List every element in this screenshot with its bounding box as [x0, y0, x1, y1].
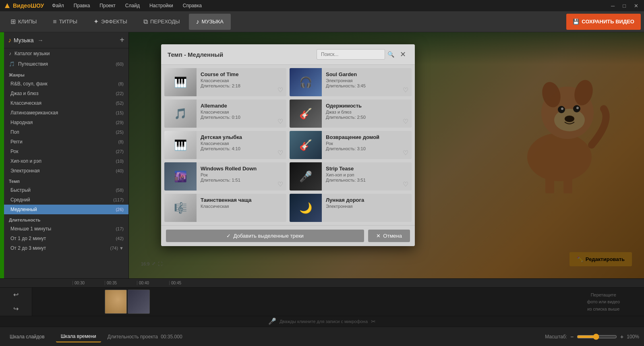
zoom-in-button[interactable]: +: [620, 334, 623, 340]
duration-2to3[interactable]: От 2 до 3 минут (74) ▼: [4, 243, 128, 253]
track-fav-1[interactable]: ♡: [277, 86, 283, 94]
cancel-button[interactable]: ✕ Отмена: [368, 230, 410, 242]
genre-rnb[interactable]: R&B, соул, фанк (8): [4, 79, 128, 89]
genre-electronic[interactable]: Электронная (40): [4, 166, 128, 176]
duration-1to2[interactable]: От 1 до 2 минут (42): [4, 234, 128, 243]
track-info-2: Soul Garden Электронная Длительность: 3:…: [322, 68, 412, 96]
catalog-music-icon: ♪: [9, 51, 11, 56]
genre-latin[interactable]: Латиноамериканская (15): [4, 108, 128, 118]
timeline-thumbnails: 2.0: [105, 290, 150, 314]
duration-2to3-count: (74) ▼: [110, 246, 124, 251]
catalog-travel-label: Путешествия: [18, 61, 48, 67]
timestamp-1: 00:30: [72, 281, 105, 285]
tempo-slow-label: Медленный: [10, 207, 37, 212]
add-tracks-label: Добавить выделенные треки: [233, 233, 303, 239]
menu-file[interactable]: Файл: [50, 2, 66, 9]
tab-titles[interactable]: ≡ ТИТРЫ: [46, 14, 85, 30]
forward-icon[interactable]: →: [38, 37, 43, 44]
menu-bar: ВидеоШОУ Файл Правка Проект Слайд Настро…: [0, 0, 644, 11]
tab-effects[interactable]: ✦ ЭФФЕКТЫ: [86, 14, 135, 30]
track-allemande[interactable]: 🎵 Allemande Классическая Длительность: 0…: [164, 99, 286, 128]
timeline-thumb-2[interactable]: [128, 290, 150, 314]
tab-clips[interactable]: ⊞ КЛИПЫ: [3, 14, 44, 30]
record-bar: 🎤 Дважды кликните для записи с микрофона…: [0, 316, 644, 327]
catalog-travel-item[interactable]: 🎵 Путешествия (60): [4, 59, 128, 69]
track-fav-6[interactable]: ♡: [403, 149, 408, 157]
track-oderzhimost[interactable]: 🎸 Одержимость Джаз и блюз Длительность: …: [290, 99, 412, 128]
track-info-1: Course of Time Классическая Длительность…: [197, 68, 286, 96]
track-name-1: Course of Time: [201, 71, 282, 77]
tab-time-timeline[interactable]: Шкала времени: [56, 331, 101, 342]
zoom-out-button[interactable]: −: [570, 334, 574, 340]
cut-tool-btn[interactable]: ✂: [371, 318, 376, 325]
timeline-controls: ↩ ↪: [0, 288, 32, 316]
record-bar-text[interactable]: Дважды кликните для записи с микрофона: [280, 319, 368, 324]
track-name-6: Возвращение домой: [326, 134, 408, 140]
tempo-fast[interactable]: Быстрый (58): [4, 185, 128, 195]
track-windows-rolled-down[interactable]: 🌆 Windows Rolled Down Рок Длительность: …: [164, 162, 286, 191]
app: ВидеоШОУ Файл Правка Проект Слайд Настро…: [0, 0, 644, 346]
genre-classical[interactable]: Классическая (52): [4, 98, 128, 108]
modal-search-input[interactable]: [317, 49, 385, 60]
track-detskaya-ulibka[interactable]: 🎹 Детская улыбка Классическая Длительнос…: [164, 131, 286, 159]
genre-pop-label: Поп: [10, 129, 19, 135]
genre-folk[interactable]: Народная (29): [4, 118, 128, 127]
track-info-8: Strip Tease Хип-хоп и рэп Длительность: …: [322, 162, 412, 191]
undo-button[interactable]: ↩: [12, 289, 20, 300]
catalog-music-item[interactable]: ♪ Каталог музыки: [4, 48, 128, 59]
minimize-btn[interactable]: ─: [609, 2, 617, 10]
timeline-thumb-1[interactable]: [105, 290, 127, 314]
track-fav-4[interactable]: ♡: [403, 118, 408, 125]
tempo-slow[interactable]: Медленный (26): [4, 205, 128, 214]
track-soul-garden[interactable]: 🎧 Soul Garden Электронная Длительность: …: [290, 68, 412, 96]
add-tracks-button[interactable]: ✓ Добавить выделенные треки: [166, 230, 364, 242]
add-music-button[interactable]: +: [120, 35, 124, 45]
track-duration-4: Длительность: 2:50: [326, 115, 408, 120]
track-course-of-time[interactable]: 🎹 Course of Time Классическая Длительнос…: [164, 68, 286, 96]
track-strip-tease[interactable]: 🎤 Strip Tease Хип-хоп и рэп Длительность…: [290, 162, 412, 191]
duration-less1[interactable]: Меньше 1 минуты (17): [4, 224, 128, 234]
genre-jazz[interactable]: Джаз и блюз (22): [4, 89, 128, 98]
genre-reggae[interactable]: Регги (8): [4, 137, 128, 147]
save-video-button[interactable]: 💾 СОХРАНИТЬ ВИДЕО: [566, 14, 641, 30]
genre-pop[interactable]: Поп (25): [4, 127, 128, 137]
genre-jazz-count: (22): [116, 91, 124, 96]
menu-help[interactable]: Справка: [181, 2, 203, 9]
track-genre-8: Хип-хоп и рэп: [326, 172, 408, 177]
tab-transitions[interactable]: ⧉ ПЕРЕХОДЫ: [136, 14, 187, 30]
right-preview: ✏️ Редактировать 16:9 ⤢ ⛶ Темп - Медленн…: [129, 32, 644, 278]
track-thumb-10: 🌙: [290, 194, 322, 222]
close-btn[interactable]: ✕: [632, 2, 641, 10]
menu-slide[interactable]: Слайд: [124, 2, 141, 9]
genre-rock[interactable]: Рок (27): [4, 147, 128, 156]
track-lunnaya-doroga[interactable]: 🌙 Лунная дорога Электронная: [290, 194, 412, 222]
modal-close-button[interactable]: ✕: [398, 49, 408, 60]
menu-edit[interactable]: Правка: [72, 2, 92, 9]
track-fav-2[interactable]: ♡: [403, 86, 408, 94]
track-fav-3[interactable]: ♡: [277, 118, 283, 125]
redo-button[interactable]: ↪: [12, 303, 20, 314]
timestamp-2: 00:35: [105, 281, 137, 285]
track-info-7: Windows Rolled Down Рок Длительность: 1:…: [197, 162, 286, 191]
track-name-2: Soul Garden: [326, 71, 408, 77]
modal-title: Темп - Медленный: [168, 51, 317, 58]
track-name-5: Детская улыбка: [201, 134, 282, 140]
track-vozvrashhenie-domoy[interactable]: 🎸 Возвращение домой Рок Длительность: 3:…: [290, 131, 412, 159]
track-fav-8[interactable]: ♡: [403, 180, 408, 188]
tab-music[interactable]: ♪ МУЗЫКА: [189, 14, 231, 30]
tempo-medium[interactable]: Средний (117): [4, 195, 128, 205]
genre-hiphop[interactable]: Хип-хоп и рэп (10): [4, 156, 128, 166]
track-fav-7[interactable]: ♡: [277, 180, 283, 188]
menu-settings[interactable]: Настройки: [148, 2, 175, 9]
zoom-controls: Масштаб: − + 100%: [545, 334, 639, 340]
zoom-slider[interactable]: [577, 334, 617, 340]
tab-slide-timeline[interactable]: Шкала слайдов: [5, 331, 50, 342]
drag-hint-line1: Перетащите: [587, 292, 620, 299]
left-music-panel: ♪ Музыка → + ♪ Каталог музыки 🎵 Путешест…: [4, 32, 129, 278]
track-thumb-4: 🎸: [290, 99, 322, 128]
menu-project[interactable]: Проект: [98, 2, 117, 9]
maximize-btn[interactable]: □: [620, 2, 628, 10]
track-fav-5[interactable]: ♡: [277, 149, 283, 157]
genre-electronic-label: Электронная: [10, 168, 40, 174]
track-tainstvennaya-chashcha[interactable]: 🎼 Таинственная чаща Классическая: [164, 194, 286, 222]
